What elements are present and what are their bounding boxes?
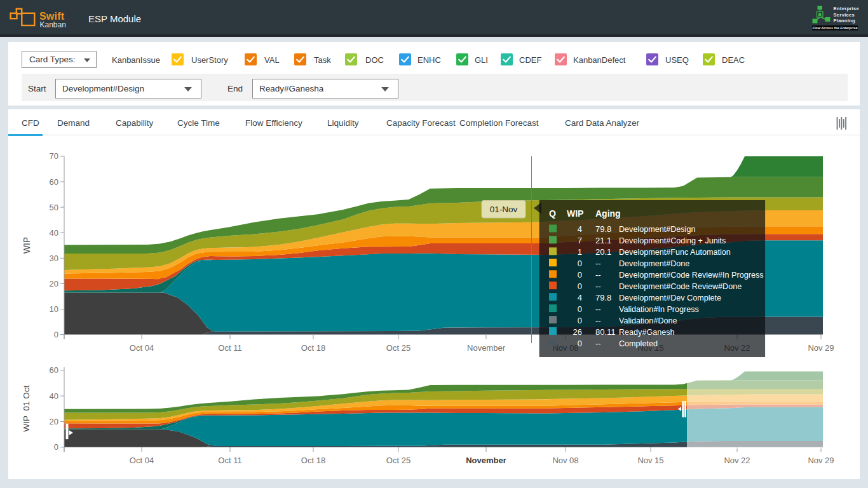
svg-text:WIP 01 Oct: WIP 01 Oct	[22, 385, 31, 431]
svg-text:30: 30	[50, 254, 58, 263]
svg-text:Development#Done: Development#Done	[619, 259, 689, 268]
svg-text:80.11: 80.11	[595, 327, 616, 337]
svg-text:Completed: Completed	[619, 339, 658, 348]
svg-text:Development#Code Review#In Pro: Development#Code Review#In Progress	[619, 271, 764, 280]
svg-text:Nov 15: Nov 15	[637, 456, 663, 465]
svg-text:--: --	[595, 339, 601, 348]
svg-text:Validation#In Progress: Validation#In Progress	[619, 305, 699, 314]
svg-text:Oct 18: Oct 18	[301, 343, 325, 353]
svg-text:60: 60	[50, 365, 58, 375]
svg-text:20.1: 20.1	[595, 247, 611, 257]
svg-text:Oct 25: Oct 25	[386, 456, 410, 465]
svg-text:Oct 25: Oct 25	[386, 343, 410, 353]
svg-text:26: 26	[573, 327, 582, 337]
svg-text:50: 50	[50, 203, 58, 212]
svg-text:Oct 11: Oct 11	[218, 343, 241, 353]
svg-text:--: --	[595, 316, 601, 325]
svg-text:WIP: WIP	[567, 208, 583, 219]
svg-text:--: --	[595, 281, 601, 291]
svg-text:WIP: WIP	[22, 237, 32, 254]
svg-text:0: 0	[578, 281, 582, 291]
svg-text:--: --	[595, 259, 601, 268]
svg-text:Oct 18: Oct 18	[301, 456, 325, 465]
svg-text:Nov 08: Nov 08	[552, 456, 578, 465]
svg-text:Nov 22: Nov 22	[724, 456, 750, 465]
svg-text:0: 0	[578, 270, 582, 280]
svg-text:4: 4	[578, 224, 582, 234]
svg-text:0: 0	[54, 330, 58, 339]
svg-text:Nov 29: Nov 29	[808, 343, 834, 353]
svg-text:Development#Dev Complete: Development#Dev Complete	[619, 294, 721, 302]
svg-text:60: 60	[50, 177, 58, 187]
svg-text:01-Nov: 01-Nov	[490, 205, 518, 214]
svg-text:0: 0	[578, 316, 582, 325]
svg-text:Oct 04: Oct 04	[130, 456, 154, 465]
svg-text:--: --	[595, 304, 601, 314]
svg-text:40: 40	[50, 391, 58, 401]
svg-text:Development#Code Review#Done: Development#Code Review#Done	[619, 282, 742, 291]
svg-text:Ready#Ganesh: Ready#Ganesh	[619, 328, 675, 337]
svg-text:10: 10	[50, 304, 58, 314]
svg-text:0: 0	[578, 259, 582, 268]
svg-text:70: 70	[50, 151, 58, 161]
svg-text:November: November	[467, 343, 506, 353]
svg-text:79.8: 79.8	[595, 224, 611, 234]
svg-text:Development#Coding + Junits: Development#Coding + Junits	[619, 236, 726, 245]
svg-text:Validation#Done: Validation#Done	[619, 316, 677, 325]
svg-text:1: 1	[578, 247, 582, 257]
svg-text:Development#Func Automation: Development#Func Automation	[619, 248, 731, 257]
svg-text:0: 0	[54, 442, 58, 452]
svg-text:Oct 11: Oct 11	[218, 456, 241, 465]
svg-text:November: November	[466, 456, 506, 465]
svg-text:Q: Q	[549, 208, 556, 219]
svg-text:20: 20	[50, 279, 58, 288]
svg-text:20: 20	[50, 417, 58, 426]
svg-text:7: 7	[578, 236, 582, 245]
svg-text:Development#Design: Development#Design	[619, 225, 695, 234]
svg-text:Aging: Aging	[595, 208, 621, 219]
svg-text:79.8: 79.8	[595, 293, 611, 302]
svg-text:0: 0	[578, 339, 582, 348]
svg-text:0: 0	[578, 304, 582, 314]
svg-text:--: --	[595, 270, 601, 280]
svg-text:4: 4	[578, 293, 582, 302]
svg-text:Oct 04: Oct 04	[130, 343, 154, 353]
svg-text:40: 40	[50, 228, 58, 238]
svg-text:21.1: 21.1	[595, 236, 611, 245]
svg-text:Nov 29: Nov 29	[808, 456, 834, 465]
